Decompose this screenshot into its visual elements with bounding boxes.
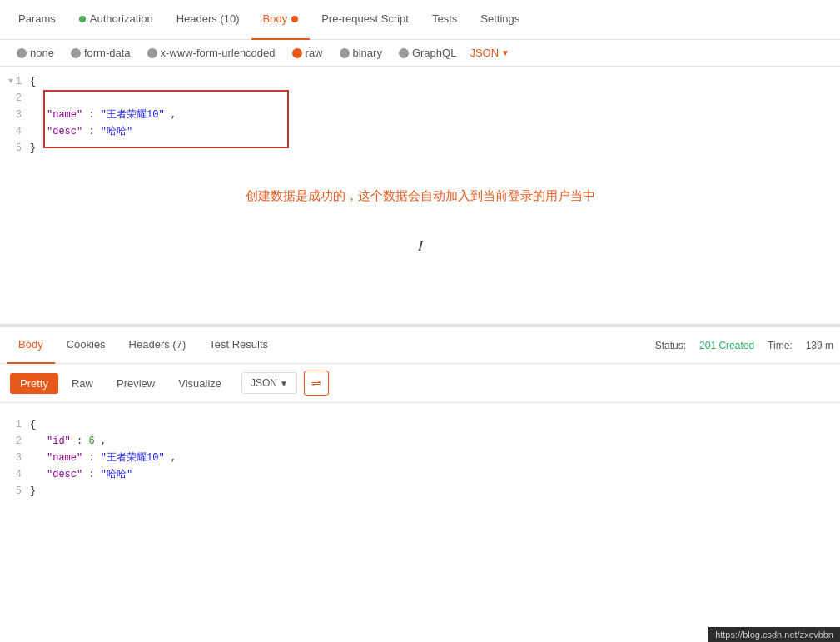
response-tabs: Body Cookies Headers (7) Test Results St… <box>0 327 840 364</box>
authorization-dot <box>79 16 86 22</box>
option-urlencoded[interactable]: x-www-form-urlencoded <box>141 47 282 59</box>
radio-raw <box>292 48 302 58</box>
code-line-2 <box>30 90 840 107</box>
json-format-label: JSON <box>470 47 499 59</box>
request-tabs: Params Authorization Headers (10) Body P… <box>0 0 840 40</box>
tab-tests-label: Tests <box>432 12 457 25</box>
option-binary-label: binary <box>353 47 382 59</box>
option-graphql[interactable]: GraphQL <box>392 47 463 59</box>
option-none-label: none <box>30 47 54 59</box>
line-num-3: 3 <box>0 107 22 123</box>
line-num-4: 4 <box>0 123 22 140</box>
response-body-code: 1 2 3 4 5 { "id" : 6 , <box>0 403 840 513</box>
subtab-visualize[interactable]: Visualize <box>168 373 231 394</box>
response-line-numbers: 1 2 3 4 5 <box>0 416 30 500</box>
response-tab-body[interactable]: Body <box>7 327 55 364</box>
option-binary[interactable]: binary <box>333 47 389 59</box>
subtab-visualize-label: Visualize <box>178 377 221 390</box>
close-brace: } <box>30 140 36 157</box>
json-format-dropdown[interactable]: JSON ▼ <box>470 47 509 59</box>
annotation-text: 创建数据是成功的，这个数据会自动加入到当前登录的用户当中 <box>0 163 840 221</box>
response-tab-test-results-label: Test Results <box>209 338 268 351</box>
response-format-label: JSON <box>251 377 277 389</box>
response-section: Body Cookies Headers (7) Test Results St… <box>0 325 840 513</box>
tab-pre-request[interactable]: Pre-request Script <box>310 0 420 40</box>
subtab-preview-label: Preview <box>117 377 155 390</box>
radio-urlencoded <box>147 48 157 58</box>
key-name: "name" <box>47 109 82 121</box>
resp-code-line-5: } <box>30 483 840 500</box>
resp-code-line-2: "id" : 6 , <box>30 433 840 450</box>
response-format-arrow: ▼ <box>280 379 288 388</box>
option-form-data[interactable]: form-data <box>64 47 137 59</box>
radio-binary <box>340 48 350 58</box>
option-graphql-label: GraphQL <box>412 47 456 59</box>
resp-line-num-4: 4 <box>0 466 22 483</box>
status-value: 201 Created <box>699 340 754 351</box>
resp-code-line-3: "name" : "王者荣耀10" , <box>30 450 840 466</box>
tab-params-label: Params <box>18 12 56 25</box>
open-brace: { <box>30 73 36 90</box>
response-format-dropdown[interactable]: JSON ▼ <box>241 372 297 394</box>
resp-line-num-5: 5 <box>0 483 22 500</box>
response-tab-body-label: Body <box>18 338 43 351</box>
response-tab-headers[interactable]: Headers (7) <box>117 327 198 364</box>
tab-settings[interactable]: Settings <box>469 0 531 40</box>
resp-value-name: "王者荣耀10" <box>101 452 165 464</box>
value-desc: "哈哈" <box>101 126 132 137</box>
subtab-pretty[interactable]: Pretty <box>10 373 58 394</box>
text-cursor: 𝐼 <box>0 221 840 271</box>
line-num-5: 5 <box>0 140 22 157</box>
tab-params[interactable]: Params <box>7 0 67 40</box>
response-code-content: { "id" : 6 , "name" : "王者荣耀10" , <box>30 416 840 500</box>
response-tab-cookies-label: Cookies <box>67 338 106 351</box>
response-tab-cookies[interactable]: Cookies <box>55 327 117 364</box>
code-content: { "name" : "王者荣耀10" , "desc" : "哈哈" <box>30 73 840 157</box>
radio-form-data <box>71 48 81 58</box>
tab-tests[interactable]: Tests <box>420 0 469 40</box>
code-line-4: "desc" : "哈哈" <box>30 123 840 140</box>
response-status-bar: Status: 201 Created Time: 139 m <box>655 340 833 351</box>
resp-value-desc: "哈哈" <box>101 469 132 480</box>
status-label: Status: <box>655 340 686 351</box>
subtab-pretty-label: Pretty <box>20 377 48 390</box>
tab-authorization-label: Authorization <box>90 12 153 25</box>
resp-key-id: "id" <box>47 435 71 447</box>
option-none[interactable]: none <box>10 47 61 59</box>
time-label: Time: <box>768 340 793 351</box>
tab-headers-label: Headers (10) <box>176 12 240 25</box>
code-line-3: "name" : "王者荣耀10" , <box>30 107 840 123</box>
option-form-data-label: form-data <box>84 47 131 59</box>
code-line-5: } <box>30 140 840 157</box>
request-body-editor[interactable]: ▼ 1 2 3 4 5 { "name" : "王者荣耀10" , <box>0 67 840 325</box>
body-type-row: none form-data x-www-form-urlencoded raw… <box>0 40 840 67</box>
resp-line-num-3: 3 <box>0 450 22 466</box>
key-desc: "desc" <box>47 126 82 137</box>
radio-graphql <box>399 48 409 58</box>
tab-body[interactable]: Body <box>251 0 311 40</box>
tab-settings-label: Settings <box>480 12 519 25</box>
response-subtabs: Pretty Raw Preview Visualize JSON ▼ ⇌ <box>0 364 840 403</box>
line-num-2: 2 <box>0 90 22 107</box>
code-line-1: { <box>30 73 840 90</box>
resp-code-line-4: "desc" : "哈哈" <box>30 466 840 483</box>
body-dot <box>291 16 298 22</box>
subtab-raw[interactable]: Raw <box>62 373 103 394</box>
json-dropdown-arrow: ▼ <box>501 48 509 57</box>
radio-none <box>17 48 27 58</box>
line-num-1: ▼ 1 <box>0 73 22 90</box>
value-name: "王者荣耀10" <box>101 109 165 121</box>
option-raw[interactable]: raw <box>286 47 330 59</box>
resp-line-num-1: 1 <box>0 416 22 433</box>
resp-line-num-2: 2 <box>0 433 22 450</box>
wrap-button[interactable]: ⇌ <box>304 371 329 396</box>
resp-value-id: 6 <box>88 435 94 447</box>
tab-headers[interactable]: Headers (10) <box>165 0 251 40</box>
resp-key-name: "name" <box>47 452 82 464</box>
time-value: 139 m <box>806 340 833 351</box>
option-urlencoded-label: x-www-form-urlencoded <box>161 47 276 59</box>
subtab-preview[interactable]: Preview <box>107 373 165 394</box>
tab-authorization[interactable]: Authorization <box>67 0 165 40</box>
response-tab-test-results[interactable]: Test Results <box>197 327 280 364</box>
wrap-icon-symbol: ⇌ <box>311 376 321 390</box>
